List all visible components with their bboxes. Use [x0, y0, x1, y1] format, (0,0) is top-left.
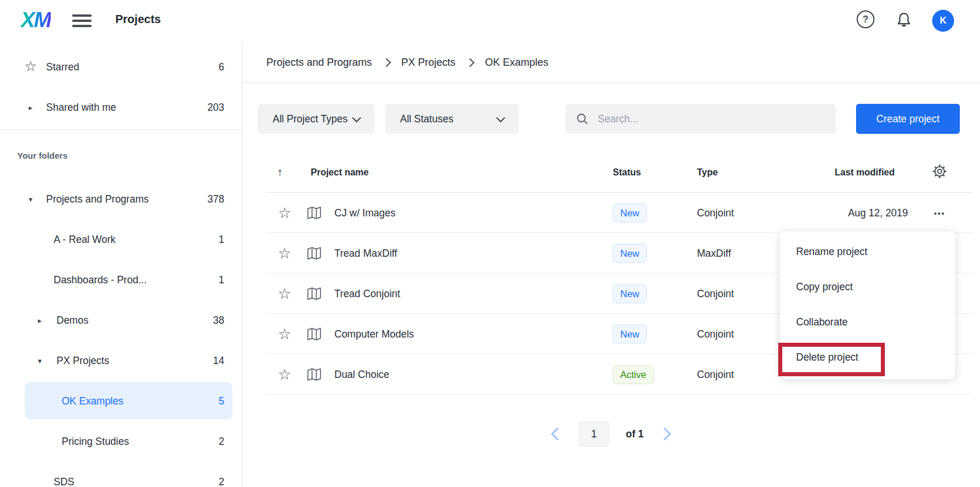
star-icon[interactable]: ☆: [278, 246, 293, 261]
status-badge: New: [613, 244, 647, 263]
sidebar-item-shared-with-me[interactable]: ▸Shared with me203: [0, 87, 242, 128]
help-icon[interactable]: ?: [857, 10, 875, 28]
project-name[interactable]: CJ w/ Images: [334, 207, 395, 219]
folder-count: 2: [218, 436, 224, 448]
project-type: Conjoint: [697, 207, 734, 219]
sidebar-folder-px-projects[interactable]: ▾PX Projects14: [0, 340, 242, 381]
column-header-status[interactable]: Status: [613, 167, 641, 178]
hamburger-menu-icon[interactable]: [72, 14, 92, 28]
row-actions-button[interactable]: •••: [925, 208, 954, 217]
sidebar-folder-a-real-work[interactable]: A - Real Work1: [0, 219, 242, 260]
create-project-button[interactable]: Create project: [856, 104, 960, 134]
project-type-icon: [307, 206, 323, 220]
your-folders-label: Your folders: [0, 130, 242, 179]
projects-page: XM Projects ? K ☆Starred6▸Shared with me…: [0, 0, 980, 487]
folder-label: Demos: [0, 314, 88, 327]
pagination: 1 of 1: [242, 419, 980, 449]
breadcrumb-item[interactable]: PX Projects: [401, 57, 455, 69]
sidebar-item-label: Shared with me: [0, 102, 116, 114]
folder-label: PX Projects: [0, 355, 109, 367]
column-header-last-modified[interactable]: Last modified: [835, 167, 895, 178]
status-badge-label: New: [613, 203, 647, 222]
status-badge: New: [613, 203, 647, 222]
column-header-type[interactable]: Type: [697, 167, 718, 178]
project-name[interactable]: Dual Choice: [334, 368, 389, 380]
page-count-label: of 1: [625, 428, 643, 440]
table-row: ☆CJ w/ ImagesNewConjointAug 12, 2019•••: [266, 193, 973, 233]
menu-item-delete-project[interactable]: Delete project: [780, 340, 955, 375]
menu-item-rename-project[interactable]: Rename project: [780, 234, 955, 269]
folder-label: A - Real Work: [0, 234, 116, 246]
sidebar-folder-projects-and-programs[interactable]: ▾Projects and Programs378: [0, 179, 242, 219]
search-input[interactable]: [597, 113, 826, 126]
status-badge: New: [613, 284, 647, 303]
status-badge: New: [613, 324, 647, 343]
search-icon: [576, 113, 589, 125]
star-icon[interactable]: ☆: [278, 327, 293, 342]
breadcrumb-item[interactable]: OK Examples: [485, 57, 548, 69]
folder-count: 1: [218, 234, 224, 246]
sidebar: ☆Starred6▸Shared with me203Your folders▾…: [0, 42, 242, 487]
next-page-icon[interactable]: [658, 428, 671, 441]
notifications-bell-icon[interactable]: [895, 10, 913, 30]
sidebar-item-count: 6: [218, 61, 224, 73]
xm-logo[interactable]: XM: [21, 8, 51, 32]
folder-label: Dashboards - Prod...: [0, 274, 146, 286]
previous-page-icon[interactable]: [551, 428, 564, 441]
sort-ascending-icon[interactable]: ↑: [277, 166, 290, 179]
project-name[interactable]: Tread Conjoint: [334, 287, 400, 299]
folder-label: Pricing Studies: [0, 436, 129, 448]
chevron-right-icon: [466, 58, 475, 67]
breadcrumb: Projects and ProgramsPX ProjectsOK Examp…: [266, 50, 548, 74]
sidebar-item-starred[interactable]: ☆Starred6: [0, 47, 242, 87]
menu-item-collaborate[interactable]: Collaborate: [780, 305, 955, 340]
project-type-icon: [307, 246, 323, 260]
folder-count: 14: [213, 355, 224, 367]
project-types-dropdown-label: All Project Types: [273, 113, 348, 125]
current-page-box[interactable]: 1: [578, 421, 609, 447]
search-box[interactable]: [566, 104, 836, 134]
status-badge-label: Active: [613, 365, 654, 384]
statuses-dropdown[interactable]: All Statuses: [385, 104, 519, 134]
star-icon[interactable]: ☆: [278, 205, 293, 220]
project-type: Conjoint: [697, 368, 734, 380]
page-title: Projects: [115, 13, 161, 26]
last-modified: Aug 12, 2019: [807, 207, 908, 219]
breadcrumb-divider: [242, 83, 980, 83]
status-badge: Active: [613, 365, 654, 384]
chevron-right-icon: [382, 58, 391, 67]
user-avatar[interactable]: K: [932, 10, 954, 32]
folder-count: 378: [208, 193, 224, 205]
project-name[interactable]: Computer Models: [334, 328, 414, 340]
project-type: Conjoint: [697, 328, 734, 340]
folder-count: 38: [213, 314, 224, 327]
folder-count: 5: [218, 395, 224, 407]
sidebar-folder-ok-examples[interactable]: OK Examples5: [0, 381, 242, 421]
folder-label: OK Examples: [0, 395, 123, 407]
table-settings-gear-icon[interactable]: [928, 163, 951, 182]
top-bar: XM Projects ? K: [0, 0, 980, 43]
project-types-dropdown[interactable]: All Project Types: [258, 104, 375, 134]
sidebar-folder-dashboards-prod-[interactable]: Dashboards - Prod...1: [0, 260, 242, 300]
project-type-icon: [307, 287, 323, 301]
sidebar-folder-sds[interactable]: SDS2: [0, 462, 242, 487]
table-header-row: ↑ Project name Status Type Last modified: [266, 152, 973, 193]
menu-item-copy-project[interactable]: Copy project: [780, 269, 955, 305]
status-badge-label: New: [613, 244, 647, 263]
breadcrumb-item[interactable]: Projects and Programs: [266, 57, 372, 69]
project-name[interactable]: Tread MaxDiff: [334, 247, 397, 259]
sidebar-item-label: Starred: [0, 61, 79, 73]
sidebar-folder-demos[interactable]: ▸Demos38: [0, 300, 242, 340]
star-icon[interactable]: ☆: [278, 286, 293, 301]
statuses-dropdown-label: All Statuses: [400, 113, 453, 125]
project-type-icon: [307, 327, 323, 341]
folder-label: Projects and Programs: [0, 193, 149, 205]
folder-label: SDS: [0, 476, 74, 487]
chevron-down-icon: [496, 113, 506, 122]
chevron-down-icon: [352, 113, 361, 122]
sidebar-folder-pricing-studies[interactable]: Pricing Studies2: [0, 421, 242, 462]
folder-count: 2: [218, 476, 224, 487]
status-badge-label: New: [613, 284, 647, 303]
column-header-project-name[interactable]: Project name: [311, 167, 368, 178]
star-icon[interactable]: ☆: [278, 367, 293, 382]
